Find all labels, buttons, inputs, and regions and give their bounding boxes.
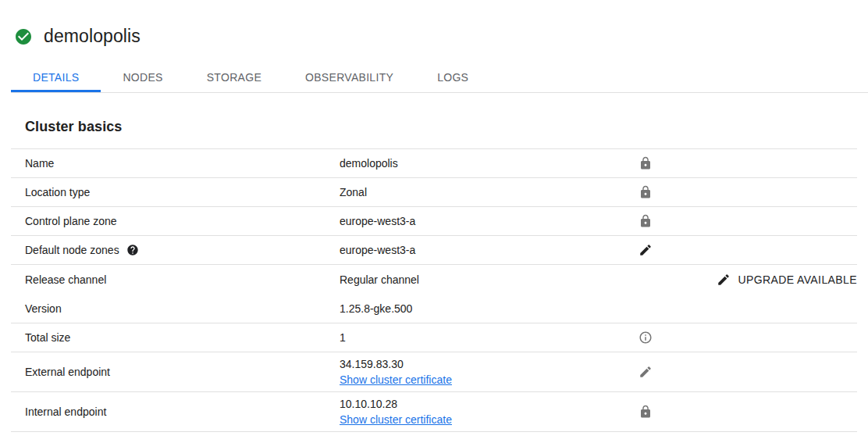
row-value: Zonal: [340, 186, 635, 198]
edit-icon[interactable]: [639, 365, 653, 379]
lock-icon: [639, 214, 653, 228]
table-row-default-node-zones: Default node zones europe-west3-a: [11, 236, 857, 265]
row-label: Location type: [11, 186, 340, 198]
row-value: Regular channel: [340, 273, 635, 286]
row-label: Name: [11, 157, 340, 170]
row-value: 1: [340, 331, 635, 344]
tab-bar: DETAILS NODES STORAGE OBSERVABILITY LOGS: [11, 64, 868, 93]
tab-storage[interactable]: STORAGE: [185, 64, 283, 92]
edit-icon[interactable]: [639, 243, 653, 257]
lock-icon: [639, 156, 653, 170]
row-label: Version: [11, 302, 340, 315]
row-value: 1.25.8-gke.500: [340, 302, 635, 315]
row-label: Internal endpoint: [11, 405, 340, 418]
table-row-internal-endpoint: Internal endpoint 10.10.10.28 Show clust…: [11, 392, 857, 432]
lock-icon: [639, 185, 653, 199]
row-value: demolopolis: [340, 157, 635, 170]
edit-icon[interactable]: [717, 273, 731, 287]
check-circle-icon: [14, 27, 33, 46]
row-label: Total size: [11, 331, 340, 344]
table-row-control-plane-zone: Control plane zone europe-west3-a: [11, 207, 857, 236]
show-cluster-certificate-link[interactable]: Show cluster certificate: [340, 413, 635, 426]
row-value: europe-west3-a: [340, 215, 635, 227]
row-label: Release channel: [11, 273, 340, 286]
section-title: Cluster basics: [25, 119, 868, 135]
tab-nodes[interactable]: NODES: [101, 64, 184, 92]
show-cluster-certificate-link[interactable]: Show cluster certificate: [340, 373, 635, 386]
row-value: 34.159.83.30: [340, 358, 635, 370]
tab-observability[interactable]: OBSERVABILITY: [283, 64, 415, 92]
lock-icon: [639, 405, 653, 419]
tab-logs[interactable]: LOGS: [415, 64, 490, 92]
row-value: 10.10.10.28: [340, 398, 635, 410]
info-icon[interactable]: [639, 330, 653, 345]
cluster-basics-table: Name demolopolis Location type Zonal Con…: [11, 148, 857, 432]
help-icon[interactable]: [126, 244, 139, 256]
table-row-location-type: Location type Zonal: [11, 178, 857, 207]
table-row-external-endpoint: External endpoint 34.159.83.30 Show clus…: [11, 352, 857, 392]
table-row-name: Name demolopolis: [11, 149, 857, 178]
table-row-release-channel-group: Release channel Regular channel Version …: [11, 265, 857, 323]
upgrade-available-button[interactable]: UPGRADE AVAILABLE: [738, 273, 857, 286]
page-title: demolopolis: [44, 26, 141, 47]
table-row-total-size: Total size 1: [11, 323, 857, 352]
row-label: External endpoint: [11, 366, 340, 378]
tab-details[interactable]: DETAILS: [11, 64, 101, 92]
row-label: Default node zones: [25, 244, 119, 256]
cluster-header: demolopolis: [0, 0, 868, 47]
row-value: europe-west3-a: [340, 244, 635, 256]
row-label: Control plane zone: [11, 215, 340, 227]
